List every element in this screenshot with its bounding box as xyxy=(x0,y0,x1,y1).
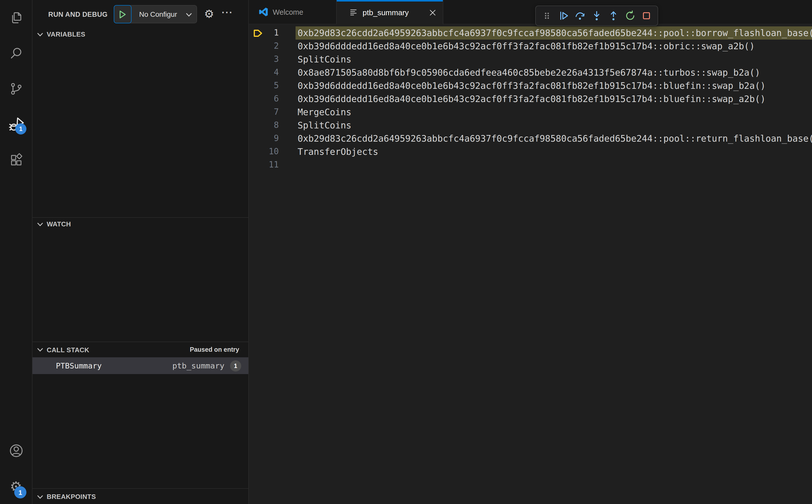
code-line[interactable]: 7 MergeCoins xyxy=(249,106,812,119)
line-text[interactable]: 0xb29d83c26cdd2a64959263abbcfc4a6937f0c9… xyxy=(295,26,812,40)
code-line[interactable]: 11 xyxy=(249,158,812,172)
line-number[interactable]: 4 xyxy=(249,66,279,79)
line-number[interactable]: 2 xyxy=(249,40,279,53)
files-icon xyxy=(9,11,23,25)
line-text[interactable]: MergeCoins xyxy=(295,106,812,119)
watch-section: WATCH xyxy=(32,217,248,342)
call-stack-label: CALL STACK xyxy=(47,346,89,354)
call-stack-header[interactable]: CALL STACK Paused on entry xyxy=(32,342,248,357)
activitybar-extensions[interactable] xyxy=(0,142,32,178)
close-icon[interactable] xyxy=(429,8,436,16)
step-over-icon[interactable] xyxy=(573,9,588,23)
vscode-logo-icon xyxy=(258,7,268,17)
debug-toolbar xyxy=(535,6,658,26)
start-debugging-button[interactable] xyxy=(114,5,131,23)
stop-icon[interactable] xyxy=(639,9,654,23)
line-number[interactable]: 3 xyxy=(249,53,279,66)
line-text[interactable]: 0xb39d6dddedd16ed8a40ce0b1e6b43c92acf0ff… xyxy=(295,40,812,53)
debug-config-dropdown[interactable]: No Configur xyxy=(114,5,197,23)
source-control-icon xyxy=(9,82,23,96)
line-text[interactable]: TransferObjects xyxy=(295,145,812,158)
code-editor[interactable]: 1 0xb29d83c26cdd2a64959263abbcfc4a6937f0… xyxy=(249,24,812,504)
activitybar-run-and-debug[interactable]: 1 xyxy=(0,107,32,142)
watch-header[interactable]: WATCH xyxy=(32,218,248,230)
settings-badge: 1 xyxy=(14,486,26,498)
breakpoints-section: BREAKPOINTS xyxy=(32,488,248,504)
call-stack-section: CALL STACK Paused on entry PTBSummary pt… xyxy=(32,342,248,488)
account-icon xyxy=(8,443,24,458)
activitybar-explorer[interactable] xyxy=(0,0,32,36)
debug-toolbar-drag-handle[interactable] xyxy=(539,9,555,23)
paused-status: Paused on entry xyxy=(190,346,248,353)
code-line[interactable]: 5 0xb39d6dddedd16ed8a40ce0b1e6b43c92acf0… xyxy=(249,79,812,92)
activity-bar: 1 ⚙ 1 xyxy=(0,0,32,504)
step-out-icon[interactable] xyxy=(606,9,621,23)
continue-icon[interactable] xyxy=(556,9,571,23)
tab-ptb-summary-label: ptb_summary xyxy=(362,8,409,16)
line-number[interactable]: 11 xyxy=(249,158,279,172)
code-line[interactable]: 10 TransferObjects xyxy=(249,145,812,158)
activitybar-search[interactable] xyxy=(0,36,32,71)
line-text[interactable]: SplitCoins xyxy=(295,119,812,132)
variables-header[interactable]: VARIABLES xyxy=(32,28,248,40)
breakpoints-label: BREAKPOINTS xyxy=(47,493,96,500)
code-line[interactable]: 9 0xb29d83c26cdd2a64959263abbcfc4a6937f0… xyxy=(249,132,812,145)
code-line[interactable]: 8 SplitCoins xyxy=(249,119,812,132)
chevron-down-icon xyxy=(37,32,43,36)
line-text[interactable]: 0xb39d6dddedd16ed8a40ce0b1e6b43c92acf0ff… xyxy=(295,92,812,106)
line-text[interactable]: 0x8ae871505a80d8bf6bf9c05906cda6edfeea46… xyxy=(295,66,812,79)
restart-icon[interactable] xyxy=(622,9,638,23)
chevron-down-icon xyxy=(37,348,43,352)
stack-frame-source: ptb_summary xyxy=(172,361,224,370)
breakpoints-header[interactable]: BREAKPOINTS xyxy=(32,489,248,504)
search-icon xyxy=(9,46,23,60)
stack-frame-name: PTBSummary xyxy=(56,361,102,370)
activitybar-accounts[interactable] xyxy=(0,433,32,468)
start-debugging-icon xyxy=(119,10,126,19)
tab-welcome-label: Welcome xyxy=(273,8,303,16)
code-line[interactable]: 1 0xb29d83c26cdd2a64959263abbcfc4a6937f0… xyxy=(249,26,812,40)
sidebar-toolbar: RUN AND DEBUG No Configur ⚙ ··· xyxy=(32,0,248,28)
watch-label: WATCH xyxy=(47,220,71,228)
tab-bar: Welcome ptb_summary xyxy=(249,0,812,24)
line-text[interactable]: SplitCoins xyxy=(295,53,812,66)
debug-config-value[interactable]: No Configur xyxy=(131,10,185,18)
code-line[interactable]: 6 0xb39d6dddedd16ed8a40ce0b1e6b43c92acf0… xyxy=(249,92,812,106)
more-actions-icon[interactable]: ··· xyxy=(222,10,233,18)
activitybar-source-control[interactable] xyxy=(0,71,32,107)
stack-frame-row[interactable]: PTBSummary ptb_summary 1 xyxy=(32,357,248,374)
line-number[interactable]: 7 xyxy=(249,106,279,119)
tab-ptb-summary[interactable]: ptb_summary xyxy=(337,0,443,24)
activitybar-settings[interactable]: ⚙ 1 xyxy=(0,468,32,504)
step-into-icon[interactable] xyxy=(589,9,604,23)
line-number[interactable]: 5 xyxy=(249,79,279,92)
line-text[interactable]: 0xb29d83c26cdd2a64959263abbcfc4a6937f0c9… xyxy=(295,132,812,145)
current-line-arrow-icon xyxy=(253,29,263,38)
code-line[interactable]: 4 0x8ae871505a80d8bf6bf9c05906cda6edfeea… xyxy=(249,66,812,79)
line-number[interactable]: 9 xyxy=(249,132,279,145)
line-number[interactable]: 6 xyxy=(249,92,279,106)
code-line[interactable]: 3 SplitCoins xyxy=(249,53,812,66)
run-and-debug-sidebar: RUN AND DEBUG No Configur ⚙ ··· xyxy=(32,0,249,504)
vscode-window: 1 ⚙ 1 xyxy=(0,0,812,504)
variables-section: VARIABLES xyxy=(32,28,248,217)
line-text[interactable] xyxy=(295,158,812,172)
sidebar-title: RUN AND DEBUG xyxy=(48,10,108,18)
chevron-down-icon xyxy=(37,495,43,499)
chevron-down-icon xyxy=(37,222,43,226)
line-number[interactable]: 10 xyxy=(249,145,279,158)
list-file-icon xyxy=(350,8,357,16)
variables-label: VARIABLES xyxy=(47,30,85,38)
line-number[interactable]: 8 xyxy=(249,119,279,132)
chevron-down-icon[interactable] xyxy=(186,13,192,17)
debug-settings-gear-icon[interactable]: ⚙ xyxy=(204,9,214,20)
editor-group: Welcome ptb_summary xyxy=(249,0,812,504)
tab-welcome[interactable]: Welcome xyxy=(249,0,337,24)
extensions-icon xyxy=(9,153,23,167)
debug-sessions-badge: 1 xyxy=(15,123,26,135)
code-line[interactable]: 2 0xb39d6dddedd16ed8a40ce0b1e6b43c92acf0… xyxy=(249,40,812,53)
stack-frame-badge: 1 xyxy=(230,360,241,371)
line-text[interactable]: 0xb39d6dddedd16ed8a40ce0b1e6b43c92acf0ff… xyxy=(295,79,812,92)
